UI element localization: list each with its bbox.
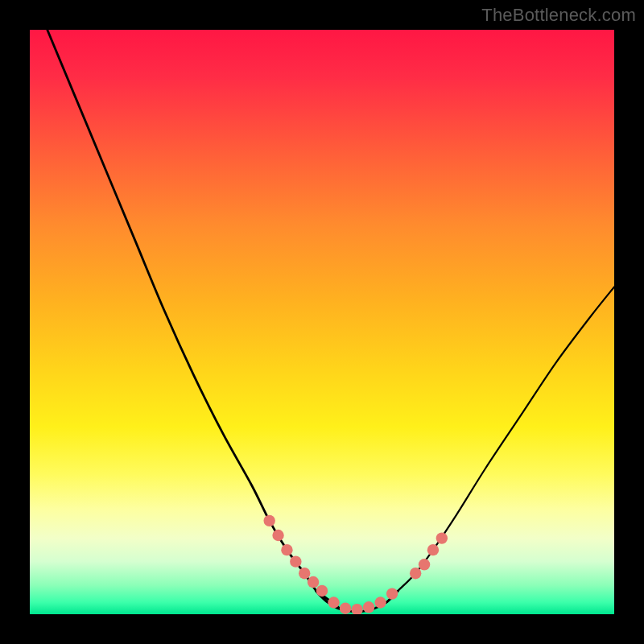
data-dot — [436, 532, 448, 543]
data-dot — [386, 588, 398, 599]
data-dot — [316, 585, 328, 597]
data-dot — [351, 604, 362, 614]
data-dot — [419, 559, 430, 570]
data-dot — [374, 597, 386, 608]
curve-right — [386, 287, 614, 602]
left-curve-path — [47, 30, 398, 612]
plot-area — [30, 30, 614, 614]
data-dot — [263, 515, 275, 526]
outer-frame: TheBottleneck.com — [0, 0, 644, 644]
right-curve-path — [386, 287, 614, 602]
data-dot — [427, 544, 439, 555]
dot-markers — [263, 515, 448, 614]
chart-svg — [30, 30, 614, 614]
data-dot — [272, 530, 283, 541]
data-dot — [308, 576, 319, 588]
data-dot — [328, 597, 339, 608]
data-dot — [340, 603, 351, 614]
data-dot — [299, 568, 310, 579]
data-dot — [363, 601, 374, 613]
data-dot — [281, 544, 292, 555]
watermark-label: TheBottleneck.com — [481, 5, 636, 26]
data-dot — [410, 568, 421, 579]
data-dot — [290, 555, 301, 567]
curve-left — [47, 30, 398, 612]
